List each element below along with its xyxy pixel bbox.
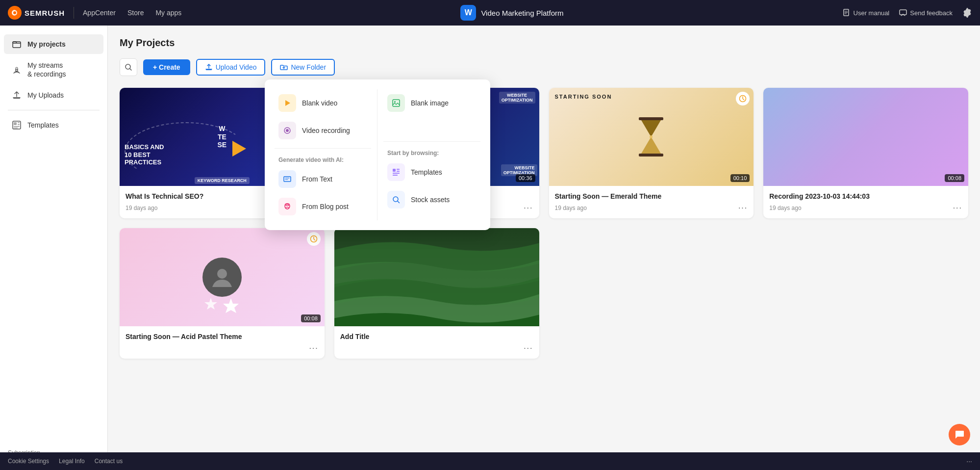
sidebar-templates-label: Templates: [27, 121, 59, 129]
svg-rect-34: [397, 171, 400, 172]
send-feedback-label: Send feedback: [910, 9, 953, 17]
video-card-acid-pastel[interactable]: 00:08 Starting Soon — Acid Pastel Theme …: [120, 228, 325, 359]
footer-cookie[interactable]: Cookie Settings: [8, 458, 49, 465]
sidebar-item-templates[interactable]: Templates: [4, 115, 103, 135]
video-more-starting-soon[interactable]: ···: [738, 204, 748, 212]
video-card-landscape[interactable]: Add Title ···: [334, 228, 539, 359]
video-thumb-starting-soon: STARTING SOON 00:10: [549, 88, 754, 186]
app-logo: W: [460, 5, 476, 21]
svg-rect-11: [14, 122, 17, 125]
video-info-landscape: Add Title ···: [334, 326, 539, 359]
stock-assets-icon: [387, 191, 405, 209]
image-icon: [392, 99, 401, 107]
video-duration-seo2: 00:36: [516, 174, 535, 182]
blank-image-label: Blank image: [411, 99, 449, 107]
sidebar-my-streams-label: My streams& recordings: [27, 61, 66, 78]
video-more-acid-pastel[interactable]: ···: [309, 344, 318, 353]
sidebar-item-my-streams[interactable]: My streams& recordings: [4, 56, 103, 83]
nav-store[interactable]: Store: [127, 9, 144, 17]
dropdown-left-col: Blank video Video recording Gen: [275, 89, 377, 220]
footer-dots[interactable]: ···: [966, 457, 972, 465]
video-title-recording: Recording 2023-10-03 14:44:03: [769, 192, 962, 201]
dropdown-video-recording[interactable]: Video recording: [275, 117, 371, 144]
svg-rect-13: [18, 124, 20, 125]
svg-point-1: [13, 11, 16, 14]
blog-icon: [283, 202, 292, 211]
user-manual-link[interactable]: User manual: [843, 9, 890, 17]
new-folder-button[interactable]: New Folder: [271, 59, 335, 76]
brand-area: SEMRUSH AppCenter: [8, 6, 116, 20]
brand-divider: [74, 7, 74, 19]
dropdown-templates[interactable]: Templates: [383, 158, 480, 186]
video-more-recording[interactable]: ···: [953, 204, 962, 212]
clock-badge-acid-pastel: [307, 232, 321, 246]
svg-rect-14: [14, 126, 20, 127]
sidebar: My projects My streams& recordings: [0, 26, 108, 470]
nav-links: Store My apps: [127, 9, 181, 17]
from-text-icon: [278, 170, 296, 188]
dropdown-divider-1: [275, 148, 371, 149]
video-duration-recording: 00:08: [945, 174, 964, 182]
video-duration-acid-pastel: 00:08: [301, 314, 321, 322]
sidebar-item-my-projects[interactable]: My projects: [4, 34, 103, 54]
dropdown-from-text[interactable]: From Text: [275, 165, 371, 193]
template-icon: [12, 120, 22, 130]
clock-icon-2: [310, 235, 318, 243]
person-icon: [210, 265, 234, 289]
sidebar-divider: [8, 110, 100, 110]
chat-icon: [954, 429, 965, 440]
footer-legal[interactable]: Legal Info: [59, 458, 85, 465]
main-content: My Projects + Create Upload Video: [108, 26, 980, 470]
video-more-landscape[interactable]: ···: [524, 344, 533, 353]
video-info-recording: Recording 2023-10-03 14:44:03 19 days ag…: [763, 186, 968, 218]
search-button[interactable]: [120, 58, 137, 76]
svg-rect-17: [206, 69, 212, 70]
dropdown-blank-video[interactable]: Blank video: [275, 89, 371, 117]
video-thumb-acid-pastel: 00:08: [120, 228, 325, 326]
upload-video-button[interactable]: Upload Video: [196, 59, 266, 76]
upload-icon: [205, 63, 213, 71]
templates-browse-icon: [387, 163, 405, 181]
send-feedback-link[interactable]: Send feedback: [899, 9, 953, 17]
text-icon: [283, 175, 292, 183]
svg-point-31: [394, 101, 396, 103]
dropdown-stock-assets[interactable]: Stock assets: [383, 186, 480, 213]
sidebar-item-my-uploads[interactable]: My Uploads: [4, 85, 103, 105]
feedback-icon: [899, 9, 907, 17]
dropdown-blank-image[interactable]: Blank image: [383, 89, 480, 117]
star-icon-1: [203, 297, 218, 312]
semrush-logo[interactable]: SEMRUSH: [8, 6, 65, 20]
video-card-recording[interactable]: 00:08 Recording 2023-10-03 14:44:03 19 d…: [763, 88, 968, 218]
video-card-starting-soon[interactable]: STARTING SOON 00:10 Starting Soon — Emer…: [549, 88, 754, 218]
svg-rect-33: [397, 169, 400, 170]
sidebar-my-projects-label: My projects: [27, 40, 66, 48]
svg-marker-25: [285, 100, 290, 106]
toolbar: + Create Upload Video New Folder: [120, 58, 968, 76]
app-title: Video Marketing Platform: [481, 9, 563, 17]
page-title: My Projects: [120, 37, 968, 49]
upload-label: Upload Video: [216, 63, 257, 71]
user-manual-label: User manual: [854, 9, 890, 17]
dropdown-grid: Blank video Video recording Gen: [275, 89, 480, 220]
spacer: [383, 117, 480, 137]
browse-section-title: Start by browsing:: [383, 146, 480, 158]
sidebar-my-uploads-label: My Uploads: [27, 91, 64, 99]
create-button[interactable]: + Create: [143, 59, 190, 75]
video-duration-starting-soon: 00:10: [730, 174, 750, 182]
settings-icon[interactable]: [962, 8, 972, 18]
video-more-seo2[interactable]: ···: [524, 204, 533, 212]
record-icon: [283, 126, 292, 135]
layout: My projects My streams& recordings: [0, 26, 980, 470]
footer: Cookie Settings Legal Info Contact us ··…: [0, 452, 980, 470]
nav-myapps[interactable]: My apps: [155, 9, 181, 17]
search-icon: [125, 63, 132, 71]
chat-bubble[interactable]: [949, 424, 970, 445]
video-meta-landscape: ···: [340, 344, 533, 353]
from-blog-label: From Blog post: [302, 203, 349, 210]
dropdown-divider-2: [383, 141, 480, 142]
video-info-acid-pastel: Starting Soon — Acid Pastel Theme ···: [120, 326, 325, 359]
footer-contact[interactable]: Contact us: [95, 458, 123, 465]
from-blog-icon: [278, 198, 296, 215]
dropdown-from-blog[interactable]: From Blog post: [275, 193, 371, 220]
video-title-starting-soon: Starting Soon — Emerald Theme: [555, 192, 748, 201]
